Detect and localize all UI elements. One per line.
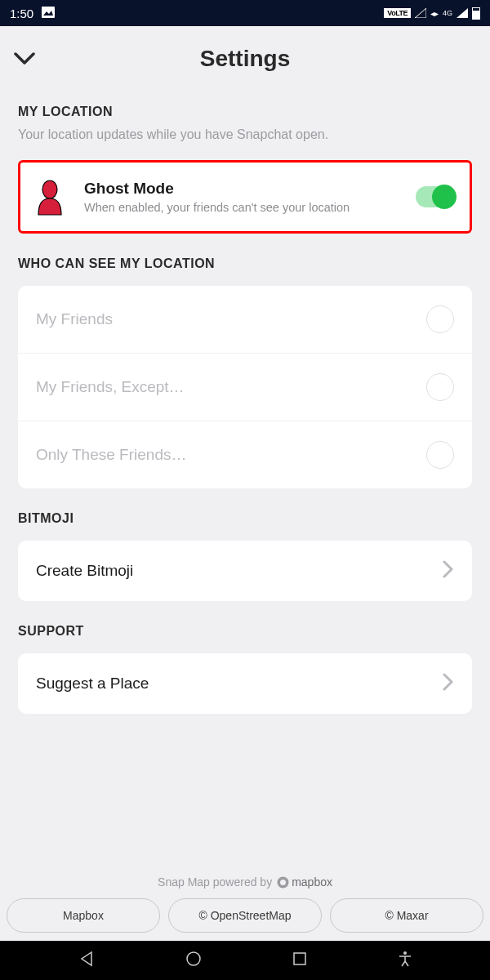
ghost-mode-title: Ghost Mode: [84, 180, 401, 198]
picture-icon: [42, 7, 55, 20]
item-label: Suggest a Place: [36, 675, 149, 693]
bitmoji-header: BITMOJI: [18, 511, 472, 526]
network-type: 4G: [443, 9, 452, 17]
mapbox-button[interactable]: Mapbox: [7, 898, 160, 933]
option-label: My Friends: [36, 310, 113, 328]
chevron-right-icon: [443, 560, 454, 581]
my-location-header: MY LOCATION: [18, 105, 472, 119]
signal-icon: [457, 7, 468, 20]
option-my-friends-except[interactable]: My Friends, Except…: [18, 354, 472, 421]
accessibility-icon[interactable]: [398, 951, 412, 970]
bitmoji-card: Create Bitmoji: [18, 541, 472, 601]
status-time: 1:50: [10, 7, 33, 20]
back-button[interactable]: [13, 47, 36, 70]
powered-by-text: Snap Map powered by mapbox: [7, 875, 483, 889]
page-title: Settings: [13, 46, 477, 72]
support-card: Suggest a Place: [18, 653, 472, 714]
create-bitmoji-row[interactable]: Create Bitmoji: [18, 541, 472, 601]
avatar-icon: [30, 177, 69, 216]
radio-icon: [426, 441, 454, 469]
ghost-mode-row[interactable]: Ghost Mode When enabled, your friends ca…: [18, 160, 472, 234]
who-can-see-header: WHO CAN SEE MY LOCATION: [18, 256, 472, 271]
mapbox-logo: mapbox: [277, 875, 332, 889]
svg-point-3: [280, 880, 286, 885]
nav-home-icon[interactable]: [185, 951, 202, 970]
ghost-mode-description: When enabled, your friends can't see you…: [84, 201, 401, 214]
nav-back-icon[interactable]: [78, 951, 95, 970]
my-location-section: MY LOCATION Your location updates while …: [0, 82, 490, 160]
chevron-right-icon: [443, 673, 454, 694]
nav-recent-icon[interactable]: [292, 951, 307, 969]
chevron-down-icon: [14, 52, 35, 65]
data-arrows-icon: ◂▸: [430, 9, 439, 18]
openstreetmap-button[interactable]: © OpenStreetMap: [168, 898, 322, 933]
svg-point-4: [187, 952, 200, 965]
who-can-see-section: WHO CAN SEE MY LOCATION: [0, 234, 490, 286]
my-location-subtitle: Your location updates while you have Sna…: [18, 127, 472, 142]
option-only-these-friends[interactable]: Only These Friends…: [18, 421, 472, 488]
support-section: SUPPORT: [0, 601, 490, 653]
option-label: My Friends, Except…: [36, 378, 185, 396]
svg-point-1: [42, 180, 57, 198]
battery-icon: [472, 7, 480, 20]
status-bar: 1:50 VoLTE ◂▸ 4G: [0, 0, 490, 26]
svg-rect-5: [294, 953, 305, 964]
option-label: Only These Friends…: [36, 446, 186, 464]
suggest-place-row[interactable]: Suggest a Place: [18, 653, 472, 714]
toggle-knob: [432, 185, 457, 209]
maxar-button[interactable]: © Maxar: [330, 898, 483, 933]
radio-icon: [426, 373, 454, 401]
page-header: Settings: [0, 26, 490, 82]
footer: Snap Map powered by mapbox Mapbox © Open…: [0, 867, 490, 941]
svg-point-6: [403, 951, 407, 955]
android-navbar: [0, 941, 490, 980]
signal-empty-icon: [415, 7, 426, 20]
item-label: Create Bitmoji: [36, 562, 133, 580]
radio-icon: [426, 305, 454, 333]
support-header: SUPPORT: [18, 624, 472, 639]
ghost-mode-toggle[interactable]: [416, 186, 455, 207]
bitmoji-section: BITMOJI: [0, 488, 490, 541]
who-can-see-card: My Friends My Friends, Except… Only Thes…: [18, 286, 472, 488]
svg-rect-0: [42, 7, 55, 18]
option-my-friends[interactable]: My Friends: [18, 286, 472, 354]
volte-badge: VoLTE: [384, 8, 411, 18]
